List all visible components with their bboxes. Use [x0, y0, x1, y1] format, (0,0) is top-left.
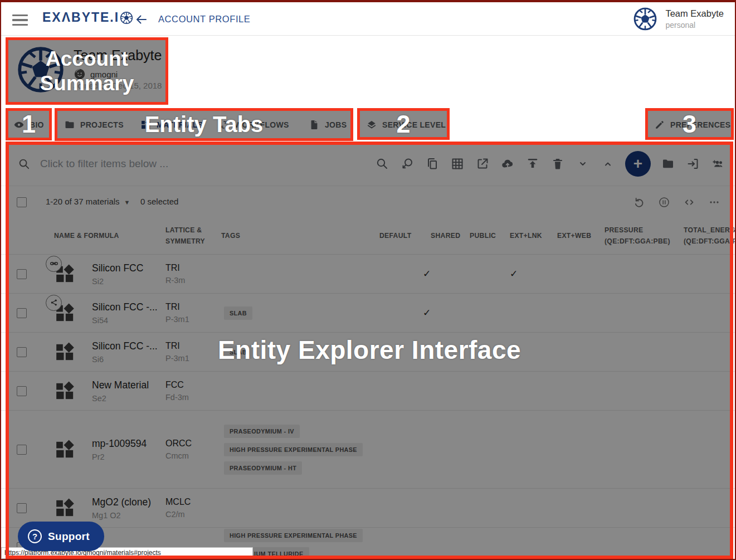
- joined-date: Joined on Dec 15, 2018: [74, 81, 162, 90]
- row-checkbox[interactable]: [17, 347, 27, 357]
- search-icon[interactable]: [376, 157, 389, 171]
- lattice-type: TRI: [165, 341, 221, 351]
- user-avatar-icon: [74, 68, 86, 80]
- table-row[interactable]: Silicon FCC -...Si6TRIP-3m1SLAB: [1, 332, 735, 371]
- team-avatar-icon: [633, 7, 657, 31]
- pencil-icon: [654, 119, 665, 130]
- column-header[interactable]: PRESSURE (QE:DFT:GGA:PBE): [605, 225, 684, 247]
- filter-input[interactable]: [39, 154, 329, 174]
- table-row[interactable]: MgO2 (clone)Mg1 O2MCLCC2/m: [1, 488, 735, 527]
- column-header[interactable]: EXT+WEB: [557, 231, 605, 242]
- row-checkbox[interactable]: [17, 445, 27, 455]
- tab-jobs[interactable]: JOBS: [309, 108, 347, 142]
- refresh-icon[interactable]: [633, 196, 645, 208]
- delete-icon[interactable]: [551, 157, 564, 171]
- list-control-bar: 1-20 of 37 materials▼ 0 selected: [1, 186, 735, 218]
- search-alt-icon[interactable]: [401, 157, 414, 171]
- account-type: personal: [665, 21, 724, 30]
- column-header[interactable]: DEFAULT: [379, 231, 423, 242]
- grid-icon[interactable]: [451, 157, 464, 171]
- select-all-checkbox[interactable]: [17, 197, 27, 207]
- table-row[interactable]: mp-1009594Pr2ORCCCmcmPRASEODYMIUM - IVHI…: [1, 410, 735, 488]
- tab-bio[interactable]: BIO: [13, 108, 44, 142]
- support-button[interactable]: ? Support: [18, 522, 104, 551]
- table-row[interactable]: Silicon FCCSi2TRIR-3m✓✓: [1, 254, 735, 293]
- column-header[interactable]: SHARED: [423, 231, 467, 242]
- material-icon: [54, 380, 76, 402]
- back-arrow-icon[interactable]: [135, 13, 148, 26]
- column-header[interactable]: TAGS: [221, 231, 379, 242]
- symmetry-group: P-3m1: [165, 315, 221, 324]
- column-header[interactable]: LATTICE & SYMMETRY: [165, 225, 221, 247]
- tab-label: PREFERENCES: [670, 120, 730, 129]
- table-header-row: NAME & FORMULALATTICE & SYMMETRYTAGSDEFA…: [1, 218, 735, 254]
- material-name[interactable]: mp-1009594: [92, 438, 147, 450]
- material-icon: [54, 497, 76, 519]
- caret-down-icon: ▼: [124, 199, 130, 206]
- pagination-dropdown[interactable]: 1-20 of 37 materials▼: [46, 197, 130, 206]
- search-icon: [18, 158, 31, 171]
- code-icon[interactable]: [683, 196, 695, 208]
- material-name[interactable]: Silicon FCC -...: [92, 301, 158, 313]
- shared-flag: ✓: [423, 307, 467, 319]
- tab-workflows[interactable]: WORKFLOWS: [218, 108, 289, 142]
- table-row[interactable]: Silicon FCC -...Si54TRIP-3m1SLAB✓: [1, 293, 735, 332]
- open-in-new-icon[interactable]: [476, 157, 489, 171]
- symmetry-group: R-3m: [165, 276, 221, 285]
- material-icon: [54, 263, 76, 285]
- material-name[interactable]: New Material: [92, 379, 149, 391]
- exabyte-logo[interactable]: EXΛBYTE.I: [42, 10, 133, 25]
- entity-tabs-bar: BIOPROJECTSMATERIALSWORKFLOWSJOBSSERVICE…: [1, 108, 735, 142]
- row-checkbox[interactable]: [17, 269, 27, 279]
- document-icon: [309, 119, 320, 130]
- upload-icon[interactable]: [526, 157, 539, 171]
- tab-materials[interactable]: MATERIALS: [140, 108, 203, 142]
- tag-chip: SLAB: [224, 306, 252, 320]
- lattice-type: ORCC: [165, 439, 221, 449]
- folder-icon: [64, 119, 75, 130]
- pause-icon[interactable]: [658, 196, 670, 208]
- symmetry-group: P-3m1: [165, 354, 221, 363]
- import-icon[interactable]: [686, 157, 700, 171]
- menu-icon[interactable]: [12, 14, 28, 26]
- tab-service-level[interactable]: SERVICE LEVEL: [366, 108, 446, 142]
- lattice-type: FCC: [165, 380, 221, 390]
- add-button[interactable]: +: [625, 151, 651, 177]
- column-header[interactable]: PUBLIC: [467, 231, 510, 242]
- tab-preferences[interactable]: PREFERENCES: [654, 108, 730, 142]
- material-name[interactable]: Silicon FCC -...: [92, 340, 158, 352]
- material-icon: [54, 341, 76, 363]
- entity-explorer: + 1-20 of 37 materials▼ 0 selected NAME …: [1, 142, 735, 559]
- tab-projects[interactable]: PROJECTS: [64, 108, 124, 142]
- column-header[interactable]: TOTAL_ENERGY (QE:DFT:GGA:PBE): [684, 225, 736, 247]
- material-icon: [54, 439, 76, 461]
- symmetry-group: C2/m: [165, 510, 221, 519]
- row-checkbox[interactable]: [17, 386, 27, 396]
- add-users-icon[interactable]: [711, 157, 725, 171]
- link-badge: [46, 256, 62, 272]
- table-row[interactable]: New MaterialSe2FCCFd-3m: [1, 371, 735, 410]
- column-header[interactable]: NAME & FORMULA: [35, 231, 165, 242]
- tag-chip: PRASEODYMIUM - HT: [224, 461, 302, 475]
- username: gmogni: [90, 70, 118, 79]
- app-header: EXΛBYTE.I ACCOUNT PROFILE Team Exabyte p…: [1, 2, 735, 36]
- account-menu[interactable]: Team Exabyte personal: [633, 2, 724, 36]
- eye-icon: [13, 119, 25, 130]
- tab-label: MATERIALS: [157, 120, 203, 129]
- chevron-down-icon[interactable]: [576, 157, 589, 171]
- cloud-upload-icon[interactable]: [501, 157, 514, 171]
- extlnk-flag: ✓: [510, 268, 557, 280]
- lattice-type: TRI: [165, 302, 221, 312]
- material-name[interactable]: Silicon FCC: [92, 262, 143, 274]
- copy-icon[interactable]: [426, 157, 439, 171]
- chevron-up-icon[interactable]: [601, 157, 615, 171]
- more-icon[interactable]: [708, 196, 720, 208]
- column-header[interactable]: EXT+LNK: [510, 231, 557, 242]
- row-checkbox[interactable]: [17, 308, 27, 318]
- team-avatar-large-icon: [16, 45, 65, 94]
- material-name[interactable]: MgO2 (clone): [92, 496, 151, 508]
- tab-label: SERVICE LEVEL: [382, 120, 446, 129]
- row-checkbox[interactable]: [17, 503, 27, 513]
- folder-icon[interactable]: [661, 157, 675, 171]
- tab-label: PROJECTS: [80, 120, 124, 129]
